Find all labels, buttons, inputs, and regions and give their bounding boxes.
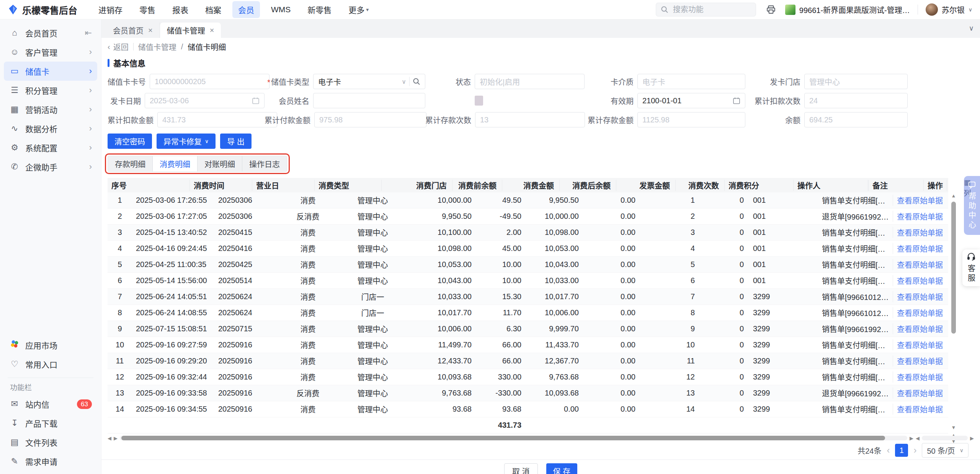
view-original-doc-link[interactable]: 查看原始单据	[893, 307, 948, 318]
cell-points: 0	[700, 196, 749, 205]
cell-remark: 销售单支付明细[…	[818, 243, 893, 254]
chevron-icon[interactable]: ›	[89, 143, 92, 153]
chevron-icon[interactable]: ›	[89, 85, 92, 95]
sidebar-item[interactable]: ✆ 企微助手 ›	[4, 157, 97, 176]
function-search[interactable]	[656, 3, 756, 16]
view-original-doc-link[interactable]: 查看原始单据	[893, 211, 948, 222]
card-type-select[interactable]: 电子卡 ∨	[313, 74, 425, 89]
repair-card-button[interactable]: 异常卡修复 ∨	[157, 134, 216, 149]
scroll-up-icon[interactable]: ▲	[951, 193, 956, 199]
sidebar-tool-item[interactable]: ↧ 产品下载	[4, 414, 97, 433]
nav-item[interactable]: WMS	[265, 2, 296, 17]
customer-service-button[interactable]: 客服	[962, 249, 980, 286]
view-original-doc-link[interactable]: 查看原始单据	[893, 291, 948, 302]
cell-remark: 销售单支付明细[…	[818, 371, 893, 383]
nav-item[interactable]: 新零售	[302, 1, 337, 18]
vertical-scroll-thumb[interactable]	[951, 202, 956, 334]
chevron-icon[interactable]: ›	[89, 47, 92, 57]
chevron-icon[interactable]: ›	[89, 104, 92, 114]
breadcrumb-parent[interactable]: 储值卡管理	[138, 41, 176, 52]
collapse-icon[interactable]: ⇤	[85, 28, 92, 38]
sidebar-item[interactable]: ▦ 营销活动 ›	[4, 100, 97, 119]
detail-tab[interactable]: 消费明细	[152, 156, 197, 171]
help-center-tab[interactable]: 帮助中心	[964, 176, 980, 235]
sidebar-item[interactable]: ☰ 积分管理 ›	[4, 81, 97, 100]
page-tab[interactable]: 会员首页 ×	[106, 23, 160, 38]
sidebar-tool-item[interactable]: ✎ 需求申请	[4, 452, 97, 471]
cell-business-day: 20250514	[214, 276, 277, 285]
nav-item[interactable]: 报表	[167, 1, 194, 18]
next-page-icon[interactable]: ›	[913, 445, 916, 456]
search-icon[interactable]	[413, 78, 420, 85]
sidebar-item[interactable]: ▭ 储值卡 ›	[4, 62, 97, 81]
detail-tab[interactable]: 存款明细	[108, 156, 152, 171]
printer-icon[interactable]	[766, 5, 776, 15]
detail-tab[interactable]: 操作日志	[242, 156, 287, 171]
table-row: 8 2025-06-24 14:08:55 20250624 消费 门店一 10…	[108, 305, 948, 321]
sidebar-tool-item[interactable]: ✉ 站内信 63	[4, 394, 97, 414]
search-input[interactable]	[672, 5, 743, 15]
cell-store: 管理中心	[339, 195, 406, 206]
nav-item[interactable]: 进销存	[93, 1, 128, 18]
vertical-scrollbar[interactable]: ▲ ▼ ▲ ▼	[951, 193, 957, 444]
horizontal-scroll-thumb[interactable]	[121, 436, 885, 440]
cancel-button[interactable]: 取 消	[504, 463, 538, 474]
tabs-overflow-chevron-icon[interactable]: ∨	[969, 24, 974, 33]
cell-operator: 001	[749, 260, 818, 269]
view-original-doc-link[interactable]: 查看原始单据	[893, 259, 948, 270]
scroll-right-icon[interactable]: ▶	[910, 435, 913, 441]
view-original-doc-link[interactable]: 查看原始单据	[893, 404, 948, 415]
sidebar-item[interactable]: ∿ 数据分析 ›	[4, 119, 97, 138]
chevron-icon[interactable]: ›	[89, 162, 92, 172]
sidebar-item[interactable]: ⚙ 系统配置 ›	[4, 138, 97, 157]
cell-balance-before: 10,053.00	[406, 260, 477, 269]
sidebar-item-favorites[interactable]: ♡ 常用入口	[4, 355, 97, 374]
chevron-icon[interactable]: ›	[89, 124, 92, 134]
horizontal-scrollbar[interactable]: ◀ ▶ ▶ ◀ ▶	[108, 435, 974, 441]
detail-tab[interactable]: 对账明细	[197, 156, 242, 171]
sidebar-item[interactable]: ☺ 客户管理 ›	[4, 42, 97, 62]
sidebar-item[interactable]: ⌂ 会员首页 ⇤	[4, 23, 97, 42]
store-selector[interactable]: 99661-新界面果蔬版测试-管理…	[785, 4, 910, 15]
scroll-right-icon[interactable]: ▶	[114, 435, 118, 441]
cell-invoice-amount: 0.00	[584, 324, 641, 333]
view-original-doc-link[interactable]: 查看原始单据	[893, 339, 948, 350]
cell-points: 0	[700, 260, 749, 269]
close-icon[interactable]: ×	[210, 26, 214, 35]
cell-consume-type: 消费	[277, 404, 339, 415]
view-original-doc-link[interactable]: 查看原始单据	[893, 355, 948, 366]
back-button[interactable]: ‹ 返回	[108, 41, 129, 52]
page-tab[interactable]: 储值卡管理 ×	[160, 23, 221, 38]
cell-consume-time: 2025-09-16 09:33:58	[132, 389, 214, 397]
view-original-doc-link[interactable]: 查看原始单据	[893, 243, 948, 254]
nav-item[interactable]: 档案	[199, 1, 227, 18]
export-button[interactable]: 导 出	[220, 134, 252, 149]
sidebar-item-app-market[interactable]: 应用市场	[4, 336, 97, 355]
cell-points: 0	[700, 228, 749, 237]
scroll-right-icon[interactable]: ▶	[970, 435, 974, 441]
valid-date-input[interactable]: 2100-01-01	[637, 93, 745, 108]
user-menu[interactable]: 苏尔银 ∨	[926, 3, 972, 16]
scroll-left-icon[interactable]: ◀	[108, 435, 111, 441]
page-size-select[interactable]: 50 条/页 ∨	[922, 443, 969, 458]
prev-page-icon[interactable]: ‹	[887, 445, 890, 456]
view-original-doc-link[interactable]: 查看原始单据	[893, 195, 948, 206]
nav-item[interactable]: 零售	[134, 1, 161, 18]
chevron-icon[interactable]: ›	[89, 66, 92, 76]
view-original-doc-link[interactable]: 查看原始单据	[893, 323, 948, 334]
page-number[interactable]: 1	[895, 444, 908, 457]
clear-password-button[interactable]: 清空密码	[108, 134, 152, 149]
nav-item[interactable]: 会员	[232, 1, 260, 18]
member-name-input[interactable]	[313, 93, 425, 108]
view-original-doc-link[interactable]: 查看原始单据	[893, 275, 948, 286]
sidebar-tool-item[interactable]: ▤ 文件列表	[4, 433, 97, 452]
cell-remark: 销售单[99661012…	[818, 307, 893, 318]
view-original-doc-link[interactable]: 查看原始单据	[893, 388, 948, 399]
view-original-doc-link[interactable]: 查看原始单据	[893, 371, 948, 383]
close-icon[interactable]: ×	[148, 26, 153, 35]
nav-item[interactable]: 更多 ▾	[343, 1, 374, 18]
scroll-left-icon[interactable]: ◀	[916, 435, 920, 441]
save-button[interactable]: 保 存	[546, 463, 578, 474]
view-original-doc-link[interactable]: 查看原始单据	[893, 227, 948, 238]
scroll-down-icon[interactable]: ▼	[951, 425, 956, 430]
